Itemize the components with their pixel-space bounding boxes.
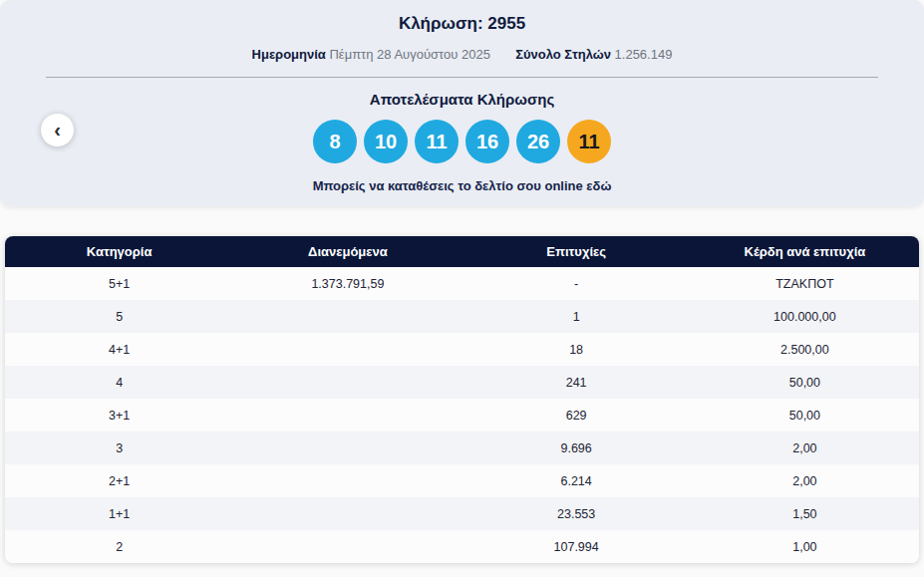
table-cell bbox=[233, 497, 462, 530]
table-cell: 107.994 bbox=[462, 530, 691, 563]
table-row: 424150,00 bbox=[5, 366, 919, 399]
draw-meta: Ημερομηνία Πέμπτη 28 Αυγούστου 2025 Σύνο… bbox=[0, 47, 924, 62]
column-header: Επιτυχίες bbox=[462, 236, 691, 267]
columns-value: 1.256.149 bbox=[615, 47, 673, 62]
table-cell: 2+1 bbox=[5, 464, 233, 497]
date-label: Ημερομηνία bbox=[252, 47, 326, 62]
table-cell: ΤΖΑΚΠΟΤ bbox=[691, 267, 919, 300]
previous-draw-button[interactable]: ‹ bbox=[41, 114, 74, 146]
table-row: 4+1182.500,00 bbox=[5, 333, 919, 366]
table-cell bbox=[233, 432, 462, 464]
table-cell bbox=[233, 530, 462, 563]
winnings-table-head: ΚατηγορίαΔιανεμόμεναΕπιτυχίεςΚέρδη ανά ε… bbox=[5, 236, 919, 267]
table-cell: 23.553 bbox=[462, 497, 691, 530]
table-cell: 2,00 bbox=[691, 432, 919, 464]
table-cell: 50,00 bbox=[691, 399, 919, 432]
header-divider bbox=[46, 77, 878, 78]
winnings-table-card: ΚατηγορίαΔιανεμόμεναΕπιτυχίεςΚέρδη ανά ε… bbox=[5, 236, 919, 563]
table-cell: 100.000,00 bbox=[691, 300, 919, 333]
draw-title: Κλήρωση: 2955 bbox=[0, 0, 924, 34]
table-cell: 4+1 bbox=[5, 333, 233, 366]
number-ball: 10 bbox=[364, 120, 408, 163]
table-cell: 18 bbox=[462, 333, 691, 366]
column-header: Κέρδη ανά επιτυχία bbox=[691, 236, 919, 267]
table-cell: 4 bbox=[5, 366, 233, 399]
table-row: 5+11.373.791,59-ΤΖΑΚΠΟΤ bbox=[5, 267, 919, 300]
table-cell: 3+1 bbox=[5, 399, 233, 432]
table-cell: 3 bbox=[5, 432, 233, 464]
table-row: 51100.000,00 bbox=[5, 300, 919, 333]
winnings-table: ΚατηγορίαΔιανεμόμεναΕπιτυχίεςΚέρδη ανά ε… bbox=[5, 236, 919, 563]
table-cell: 50,00 bbox=[691, 366, 919, 399]
table-row: 2107.9941,00 bbox=[5, 530, 919, 563]
table-cell: - bbox=[462, 267, 691, 300]
table-cell: 241 bbox=[462, 366, 691, 399]
table-cell: 1.373.791,59 bbox=[233, 267, 462, 300]
table-cell: 629 bbox=[462, 399, 691, 432]
table-cell bbox=[233, 300, 462, 333]
submit-slip-link[interactable]: Μπορείς να καταθέσεις το δελτίο σου onli… bbox=[0, 178, 924, 193]
table-cell: 6.214 bbox=[462, 464, 691, 497]
table-cell bbox=[233, 366, 462, 399]
date-value: Πέμπτη 28 Αυγούστου 2025 bbox=[329, 47, 489, 62]
number-ball: 16 bbox=[465, 120, 509, 163]
table-row: 39.6962,00 bbox=[5, 432, 919, 464]
results-title: Αποτελέσματα Κλήρωσης bbox=[0, 91, 924, 108]
chevron-left-icon: ‹ bbox=[54, 120, 61, 140]
table-cell: 2,00 bbox=[691, 464, 919, 497]
number-ball: 11 bbox=[415, 120, 459, 163]
table-cell: 1,50 bbox=[691, 497, 919, 530]
winnings-table-body: 5+11.373.791,59-ΤΖΑΚΠΟΤ51100.000,004+118… bbox=[5, 267, 919, 563]
table-cell bbox=[233, 399, 462, 432]
table-cell: 1 bbox=[462, 300, 691, 333]
columns-label: Σύνολο Στηλών bbox=[515, 47, 611, 62]
table-row: 1+123.5531,50 bbox=[5, 497, 919, 530]
joker-ball: 11 bbox=[567, 120, 611, 163]
header-row: ΚατηγορίαΔιανεμόμεναΕπιτυχίεςΚέρδη ανά ε… bbox=[5, 236, 919, 267]
table-row: 2+16.2142,00 bbox=[5, 464, 919, 497]
table-cell: 1,00 bbox=[691, 530, 919, 563]
draw-header-panel: Κλήρωση: 2955 Ημερομηνία Πέμπτη 28 Αυγού… bbox=[0, 0, 924, 206]
table-cell: 1+1 bbox=[5, 497, 233, 530]
table-cell: 2 bbox=[5, 530, 233, 563]
table-cell: 5 bbox=[5, 300, 233, 333]
column-header: Διανεμόμενα bbox=[233, 236, 462, 267]
table-cell bbox=[233, 333, 462, 366]
table-cell: 5+1 bbox=[5, 267, 233, 300]
table-row: 3+162950,00 bbox=[5, 399, 919, 432]
number-ball: 26 bbox=[516, 120, 560, 163]
column-header: Κατηγορία bbox=[5, 236, 233, 267]
number-ball: 8 bbox=[313, 120, 357, 163]
numbers-row: 81011162611 bbox=[0, 120, 924, 163]
table-cell bbox=[233, 464, 462, 497]
table-cell: 9.696 bbox=[462, 432, 691, 464]
table-cell: 2.500,00 bbox=[691, 333, 919, 366]
